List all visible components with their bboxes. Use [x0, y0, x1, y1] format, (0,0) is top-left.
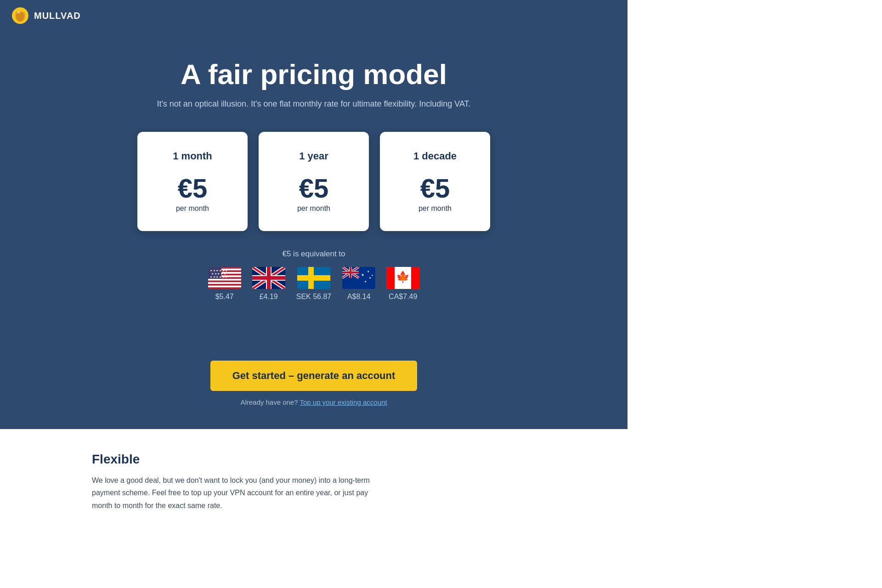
hero-title: A fair pricing model [9, 59, 618, 90]
existing-account-text: Already have one? Top up your existing a… [9, 398, 618, 406]
card-year-duration: 1 year [281, 150, 347, 162]
logo-text: MULLVAD [34, 11, 81, 21]
svg-rect-10 [208, 282, 241, 284]
currency-flags: ★ ★ ★ ★ ★ ★ ★ ★ ★ ★ ★ ★ ★ ★ ★ ★ ★ $5.47 [9, 267, 618, 301]
flag-au-icon: ★ ★ ★ ★ ★ [342, 267, 375, 289]
flexible-text: We love a good deal, but we don't want t… [92, 474, 377, 512]
svg-text:★: ★ [369, 277, 371, 279]
svg-rect-11 [208, 286, 241, 288]
svg-text:★: ★ [364, 280, 367, 283]
svg-rect-45 [411, 267, 419, 289]
flag-ca-icon: 🍁 [386, 267, 419, 289]
header: MULLVAD [0, 0, 628, 31]
svg-text:★ ★ ★ ★ ★ ★: ★ ★ ★ ★ ★ ★ [210, 269, 227, 272]
svg-point-4 [17, 11, 20, 14]
generate-account-button[interactable]: Get started – generate an account [210, 361, 418, 391]
svg-rect-24 [252, 276, 285, 280]
logo-icon [11, 6, 29, 25]
svg-text:★ ★ ★ ★ ★: ★ ★ ★ ★ ★ [211, 272, 226, 275]
equivalency-label: €5 is equivalent to [9, 249, 618, 259]
pricing-card-month: 1 month €5 per month [137, 132, 248, 231]
svg-text:★ ★ ★ ★ ★ ★: ★ ★ ★ ★ ★ ★ [210, 276, 227, 278]
currency-usd-value: $5.47 [215, 293, 234, 301]
flexible-title: Flexible [92, 452, 536, 467]
below-section: Flexible We love a good deal, but we don… [0, 429, 628, 530]
hero-subtitle: It's not an optical illusion. It's one f… [9, 99, 618, 109]
currency-aud-value: A$8.14 [347, 293, 371, 301]
hero-section: A fair pricing model It's not an optical… [0, 31, 628, 347]
flag-se-icon [297, 267, 330, 289]
currency-cad-value: CA$7.49 [389, 293, 417, 301]
svg-rect-37 [342, 271, 359, 273]
card-month-period: per month [159, 204, 226, 213]
pricing-cards: 1 month €5 per month 1 year €5 per month… [9, 132, 618, 231]
pricing-card-year: 1 year €5 per month [259, 132, 369, 231]
svg-text:★: ★ [361, 273, 364, 277]
currency-sek: SEK 56.87 [296, 267, 332, 301]
card-month-price: €5 [159, 175, 226, 202]
equivalency-section: €5 is equivalent to ★ ★ ★ ★ ★ ★ [9, 249, 618, 301]
svg-point-3 [16, 11, 24, 22]
currency-gbp-value: £4.19 [260, 293, 278, 301]
svg-rect-44 [386, 267, 395, 289]
currency-cad: 🍁 CA$7.49 [386, 267, 419, 301]
pricing-card-decade: 1 decade €5 per month [380, 132, 490, 231]
currency-usd: ★ ★ ★ ★ ★ ★ ★ ★ ★ ★ ★ ★ ★ ★ ★ ★ ★ $5.47 [208, 267, 241, 301]
flag-us-icon: ★ ★ ★ ★ ★ ★ ★ ★ ★ ★ ★ ★ ★ ★ ★ ★ ★ [208, 267, 241, 289]
currency-sek-value: SEK 56.87 [296, 293, 332, 301]
svg-text:🍁: 🍁 [396, 270, 410, 283]
card-decade-price: €5 [402, 175, 468, 202]
card-decade-duration: 1 decade [402, 150, 468, 162]
svg-rect-9 [208, 279, 241, 281]
svg-text:★: ★ [367, 270, 369, 273]
currency-aud: ★ ★ ★ ★ ★ A$8.14 [342, 267, 375, 301]
card-year-price: €5 [281, 175, 347, 202]
card-month-duration: 1 month [159, 150, 226, 162]
currency-gbp: £4.19 [252, 267, 285, 301]
card-year-period: per month [281, 204, 347, 213]
svg-rect-27 [308, 267, 314, 289]
existing-account-prefix: Already have one? [240, 398, 298, 406]
logo[interactable]: MULLVAD [11, 6, 81, 25]
cta-section: Get started – generate an account Alread… [0, 347, 628, 429]
card-decade-period: per month [402, 204, 468, 213]
top-up-link[interactable]: Top up your existing account [300, 398, 387, 406]
flag-gb-icon [252, 267, 285, 289]
